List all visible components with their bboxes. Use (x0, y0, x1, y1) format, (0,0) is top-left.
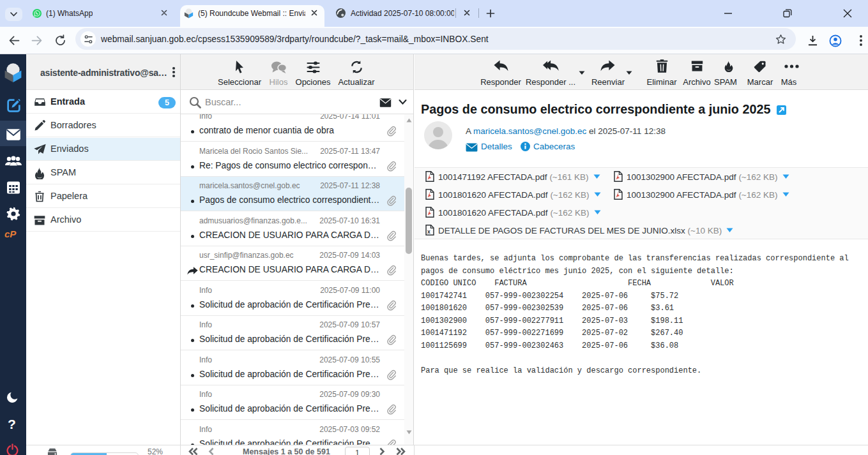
svg-text:x: x (427, 228, 430, 235)
